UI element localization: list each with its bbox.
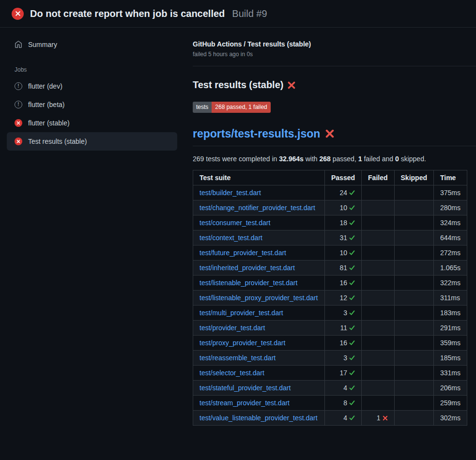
test-suite-link[interactable]: test/inherited_provider_test.dart [200, 264, 295, 272]
time-cell: 280ms [433, 200, 467, 215]
column-header-time: Time [433, 170, 467, 185]
check-icon [349, 340, 355, 346]
job-label: flutter (beta) [28, 101, 64, 108]
time-cell: 359ms [433, 335, 467, 350]
test-suite-link[interactable]: test/stream_provider_test.dart [200, 399, 290, 407]
failed-status-icon [15, 138, 22, 145]
passed-cell: 81 [325, 260, 362, 275]
passed-cell: 10 [325, 200, 362, 215]
tests-badge: tests 268 passed, 1 failed [193, 102, 271, 113]
suite-cell: test/context_test.dart [193, 230, 325, 245]
test-suite-link[interactable]: test/listenable_proxy_provider_test.dart [200, 294, 318, 302]
test-suite-link[interactable]: test/value_listenable_provider_test.dart [200, 414, 318, 422]
passed-cell: 8 [325, 395, 362, 410]
report-heading: reports/test-results.json [193, 127, 476, 146]
failed-cell [362, 185, 394, 200]
check-icon [349, 310, 355, 316]
badge-label: tests [193, 102, 212, 113]
results-table-body: test/builder_test.dart24375mstest/change… [193, 185, 467, 425]
passed-cell: 4 [325, 410, 362, 425]
time-cell: 375ms [433, 185, 467, 200]
time-cell: 1.065s [433, 260, 467, 275]
test-suite-link[interactable]: test/stateful_provider_test.dart [200, 384, 291, 392]
test-suite-link[interactable]: test/context_test.dart [200, 234, 262, 242]
sidebar-job-flutter-beta[interactable]: ! flutter (beta) [7, 95, 177, 114]
jobs-section-label: Jobs [15, 66, 177, 73]
table-row: test/value_listenable_provider_test.dart… [193, 410, 467, 425]
check-icon [349, 250, 355, 256]
test-suite-link[interactable]: test/reassemble_test.dart [200, 354, 276, 362]
failed-cell [362, 290, 394, 305]
failed-cell [362, 230, 394, 245]
failed-status-icon [12, 8, 24, 20]
skipped-cell [394, 275, 433, 290]
check-icon [349, 190, 355, 196]
check-icon [349, 325, 355, 331]
sidebar-job-flutter-stable[interactable]: flutter (stable) [7, 114, 177, 132]
sidebar-summary-label: Summary [28, 41, 57, 48]
sidebar-job-test-results-stable[interactable]: Test results (stable) [7, 132, 177, 151]
table-row: test/inherited_provider_test.dart811.065… [193, 260, 467, 275]
run-meta: failed 5 hours ago in 0s [193, 51, 476, 58]
failed-cell [362, 395, 394, 410]
check-icon [349, 415, 355, 421]
cross-icon [325, 129, 334, 138]
table-row: test/consumer_test.dart18324ms [193, 215, 467, 230]
test-suite-link[interactable]: test/change_notifier_provider_test.dart [200, 204, 315, 212]
passed-cell: 3 [325, 350, 362, 365]
check-run-header: Do not create report when job is cancell… [0, 0, 476, 28]
test-suite-link[interactable]: test/future_provider_test.dart [200, 249, 286, 257]
suite-cell: test/change_notifier_provider_test.dart [193, 200, 325, 215]
passed-cell: 24 [325, 185, 362, 200]
sidebar-item-summary[interactable]: Summary [7, 36, 177, 53]
passed-cell: 31 [325, 230, 362, 245]
badge-value: 268 passed, 1 failed [212, 102, 270, 113]
check-icon [349, 220, 355, 226]
table-row: test/change_notifier_provider_test.dart1… [193, 200, 467, 215]
failed-status-icon [15, 119, 22, 127]
failed-cell [362, 260, 394, 275]
failed-cell [362, 320, 394, 335]
test-suite-link[interactable]: test/consumer_test.dart [200, 219, 270, 227]
time-cell: 206ms [433, 380, 467, 395]
breadcrumb: GitHub Actions / Test results (stable) [193, 40, 476, 48]
test-suite-link[interactable]: test/builder_test.dart [200, 189, 261, 197]
divider [193, 66, 476, 66]
suite-cell: test/future_provider_test.dart [193, 245, 325, 260]
column-header-failed: Failed [362, 170, 394, 185]
report-link[interactable]: reports/test-results.json [193, 127, 320, 140]
build-number: Build #9 [232, 8, 267, 19]
column-header-passed: Passed [325, 170, 362, 185]
skipped-cell [394, 260, 433, 275]
passed-cell: 3 [325, 305, 362, 320]
time-cell: 644ms [433, 230, 467, 245]
time-cell: 324ms [433, 215, 467, 230]
time-cell: 185ms [433, 350, 467, 365]
suite-cell: test/selector_test.dart [193, 365, 325, 380]
suite-cell: test/stateful_provider_test.dart [193, 380, 325, 395]
column-header-skipped: Skipped [394, 170, 433, 185]
skipped-cell [394, 290, 433, 305]
test-suite-link[interactable]: test/selector_test.dart [200, 369, 264, 377]
sidebar: Summary Jobs ! flutter (dev) ! flutter (… [0, 28, 184, 460]
skipped-cell [394, 410, 433, 425]
failed-cell [362, 350, 394, 365]
check-run-title: Do not create report when job is cancell… [30, 8, 225, 19]
test-suite-link[interactable]: test/proxy_provider_test.dart [200, 339, 285, 347]
test-suite-link[interactable]: test/multi_provider_test.dart [200, 309, 283, 317]
time-cell: 322ms [433, 275, 467, 290]
test-suite-link[interactable]: test/listenable_provider_test.dart [200, 279, 297, 287]
test-suite-link[interactable]: test/provider_test.dart [200, 324, 265, 332]
job-label: flutter (stable) [28, 119, 70, 127]
passed-cell: 12 [325, 290, 362, 305]
neutral-status-icon: ! [15, 101, 22, 108]
check-icon [349, 400, 355, 406]
failed-cell [362, 365, 394, 380]
skipped-cell [394, 350, 433, 365]
table-row: test/listenable_provider_test.dart16322m… [193, 275, 467, 290]
sidebar-job-flutter-dev[interactable]: ! flutter (dev) [7, 77, 177, 95]
skipped-cell [394, 215, 433, 230]
check-title: Test results (stable) [193, 79, 476, 91]
skipped-cell [394, 185, 433, 200]
failed-cell [362, 245, 394, 260]
